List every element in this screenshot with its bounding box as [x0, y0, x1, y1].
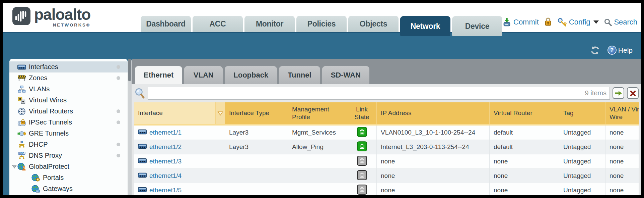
sidebar-item-virtual-routers[interactable]: Virtual Routers [9, 106, 128, 117]
top-tab-label: Device [465, 22, 489, 31]
column-header-label: Management Profile [292, 106, 343, 121]
column-header-label: Interface Type [229, 109, 269, 117]
brand-sub: NETWORKS® [53, 22, 90, 28]
sidebar-item-virtual-wires[interactable]: Virtual Wires [9, 95, 128, 106]
interface-name-cell[interactable]: ethernet1/2 [134, 140, 225, 154]
top-tab-monitor[interactable]: Monitor [244, 16, 295, 32]
column-header-label: Interface [138, 109, 163, 117]
column-header-interface[interactable]: Interface [134, 102, 216, 124]
management-profile-cell [288, 169, 347, 183]
interface-name-link[interactable]: ethernet1/5 [149, 187, 182, 194]
virtual-router-cell: none [490, 154, 559, 168]
column-header-label: Link State [351, 106, 372, 121]
tag-cell: Untagged [559, 140, 605, 154]
sidebar-item-label: DHCP [29, 141, 48, 148]
interface-name-link[interactable]: ethernet1/4 [149, 172, 182, 180]
column-header-tag[interactable]: Tag [559, 102, 605, 124]
link-state-cell [347, 169, 377, 183]
apply-filter-button[interactable] [613, 87, 624, 99]
top-tab-device[interactable]: Device [452, 16, 502, 36]
tab-vlan[interactable]: VLAN [184, 66, 223, 84]
commit-button[interactable]: Commit [502, 17, 539, 27]
interface-name-cell[interactable]: ethernet1/1 [134, 126, 225, 140]
interface-name-cell[interactable]: ethernet1/4 [134, 169, 225, 183]
column-header-type[interactable]: Interface Type [225, 102, 288, 124]
sidebar-item-zones[interactable]: Zones [9, 72, 128, 84]
top-tab-network[interactable]: Network [400, 16, 450, 36]
tab-ethernet[interactable]: Ethernet [135, 66, 182, 84]
config-dropdown[interactable]: Config [557, 17, 599, 27]
lock-icon[interactable] [544, 17, 552, 27]
interface-name-link[interactable]: ethernet1/1 [149, 129, 182, 136]
interfaces-icon [138, 158, 147, 165]
sidebar-item-ipsec-tunnels[interactable]: IPSec Tunnels [9, 117, 128, 128]
interface-name-link[interactable]: ethernet1/2 [149, 143, 182, 151]
red-x-icon [630, 90, 636, 96]
scrollbar-thumb[interactable] [128, 59, 131, 81]
content-area: InterfacesZonesVLANsVirtual WiresVirtual… [3, 59, 641, 195]
top-tab-label: Dashboard [146, 19, 185, 29]
column-header-profile[interactable]: Management Profile [288, 102, 347, 124]
gre-tunnels-icon [17, 130, 26, 138]
interfaces-table: InterfaceInterface TypeManagement Profil… [132, 102, 641, 195]
sidebar-scrollbar[interactable] [128, 59, 132, 195]
top-tab-dashboard[interactable]: Dashboard [141, 16, 191, 32]
column-header-vlan[interactable]: VLAN / VirtualWire [605, 102, 639, 124]
interface-type-tabs: EthernetVLANLoopbackTunnelSD-WAN [132, 59, 641, 84]
top-tab-policies[interactable]: Policies [296, 16, 347, 32]
paloalto-logo-icon [12, 7, 31, 26]
link-state-cell [347, 183, 377, 195]
sidebar-item-vlans[interactable]: VLANs [9, 84, 128, 95]
top-tab-acc[interactable]: ACC [193, 16, 243, 32]
vlans-icon [17, 85, 26, 93]
sidebar-item-label: DNS Proxy [29, 152, 62, 159]
tab-sd-wan[interactable]: SD-WAN [322, 66, 369, 84]
interface-type-cell [225, 183, 288, 195]
filter-input[interactable] [148, 87, 610, 100]
sidebar-item-interfaces[interactable]: Interfaces [9, 61, 128, 72]
refresh-icon[interactable] [590, 46, 600, 55]
sidebar-item-globalprotect[interactable]: GlobalProtect [9, 161, 128, 172]
interface-name-link[interactable]: ethernet1/3 [149, 158, 182, 165]
config-keys-icon [557, 17, 567, 27]
ip-address-cell: none [377, 183, 490, 195]
sidebar-item-label: Gateways [43, 185, 73, 193]
tag-cell: Untagged [559, 154, 605, 168]
link-state-cell [347, 154, 377, 168]
column-header-ip[interactable]: IP Address [377, 102, 490, 124]
sidebar-item-label: GlobalProtect [29, 163, 69, 170]
expand-triangle-icon[interactable] [12, 165, 17, 168]
gateways-icon [31, 185, 40, 193]
table-toolbar: 9 items [132, 84, 641, 102]
sidebar-item-gre-tunnels[interactable]: GRE Tunnels [9, 128, 128, 139]
clear-filter-button[interactable] [627, 87, 639, 99]
status-dot [117, 109, 120, 113]
sidebar-item-portals[interactable]: Portals [9, 172, 128, 183]
help-button[interactable]: ? Help [607, 46, 633, 55]
tab-tunnel[interactable]: Tunnel [279, 66, 320, 84]
status-dot [117, 120, 120, 124]
top-tab-objects[interactable]: Objects [348, 16, 399, 32]
virtual-router-cell: default [490, 140, 559, 154]
config-label: Config [569, 18, 590, 27]
interface-type-cell: Layer3 [225, 126, 288, 140]
top-tab-label: ACC [210, 19, 226, 29]
sort-down-icon [217, 111, 223, 116]
vlan-virtual-wire-cell: none [605, 169, 639, 183]
column-header-vr[interactable]: Virtual Router [490, 102, 559, 124]
sort-dropdown-cell[interactable] [216, 102, 225, 124]
sidebar-item-dns-proxy[interactable]: DNSDNS Proxy [9, 150, 128, 161]
table-row-ethernet1-2: ethernet1/2Layer3Allow_PingInternet_L3_2… [134, 140, 639, 154]
column-header-link[interactable]: Link State [347, 102, 377, 124]
sidebar-item-gateways[interactable]: Gateways [9, 183, 128, 194]
portals-icon [31, 174, 40, 182]
commit-label: Commit [513, 18, 539, 27]
virtual-routers-icon [17, 107, 26, 115]
tab-loopback[interactable]: Loopback [225, 66, 277, 84]
interface-name-cell[interactable]: ethernet1/5 [134, 183, 225, 195]
help-label: Help [618, 46, 633, 54]
search-button[interactable]: Search [604, 18, 637, 27]
sidebar-item-dhcp[interactable]: IPDHCP [9, 139, 128, 150]
interface-name-cell[interactable]: ethernet1/3 [134, 154, 225, 168]
link-state-down-icon [357, 156, 367, 167]
